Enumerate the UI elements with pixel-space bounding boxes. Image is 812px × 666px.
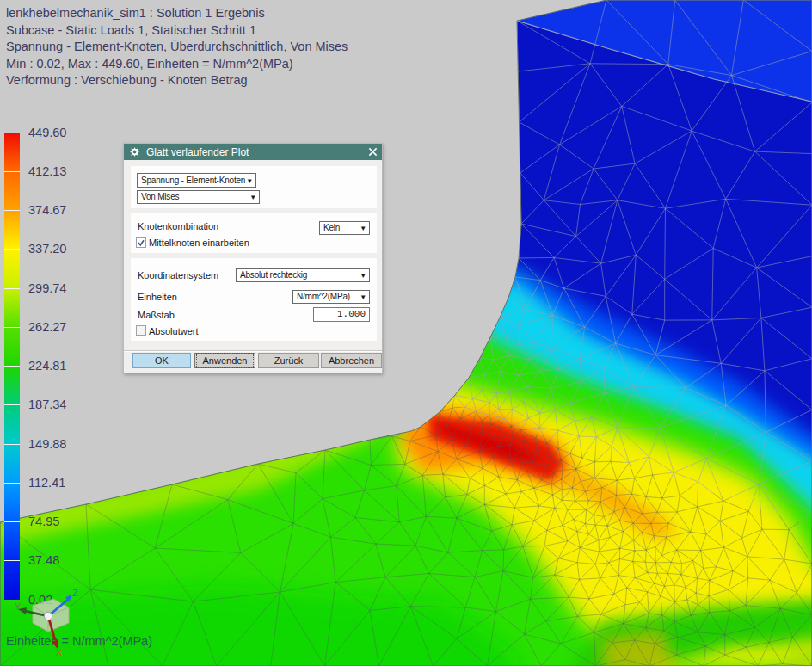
svg-text:X: X xyxy=(56,647,63,657)
svg-text:Y: Y xyxy=(15,601,22,612)
svg-text:Z: Z xyxy=(72,588,78,598)
